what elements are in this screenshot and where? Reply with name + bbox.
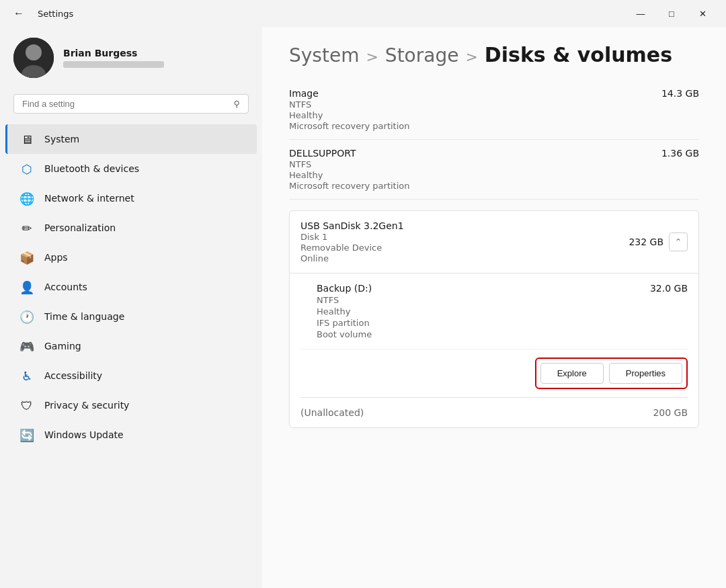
volume-detail-backup-0: NTFS (317, 295, 372, 305)
gaming-icon: 🎮 (19, 338, 35, 354)
search-icon: ⚲ (233, 99, 240, 109)
maximize-button[interactable]: □ (656, 3, 687, 24)
content-area: Image NTFS Healthy Microsoft recovery pa… (289, 80, 699, 428)
sidebar-item-accessibility[interactable]: ♿ Accessibility (5, 361, 257, 390)
main-content: System > Storage > Disks & volumes Image… (262, 27, 726, 588)
close-button[interactable]: ✕ (687, 3, 718, 24)
bluetooth-icon: ⬡ (19, 161, 35, 177)
breadcrumb-current: Disks & volumes (485, 43, 672, 67)
sidebar-label-privacy: Privacy & security (44, 400, 129, 411)
sidebar-item-update[interactable]: 🔄 Windows Update (5, 420, 257, 450)
partition-detail-image-0: NTFS (289, 99, 410, 110)
partition-detail-dell-1: Healthy (289, 170, 410, 180)
disk-meta3-usb: Online (300, 253, 404, 263)
partition-size-image: 14.3 GB (661, 88, 699, 99)
partition-size-dell: 1.36 GB (661, 148, 699, 159)
explore-button[interactable]: Explore (540, 363, 604, 384)
window-controls: — □ ✕ (625, 3, 718, 24)
sidebar-label-apps: Apps (44, 252, 68, 263)
sidebar-label-update: Windows Update (44, 429, 124, 440)
sidebar-nav: 🖥 System ⬡ Bluetooth & devices 🌐 Network… (0, 124, 262, 450)
partition-detail-image-2: Microsoft recovery partition (289, 121, 410, 131)
disk-info-usb: USB SanDisk 3.2Gen1 Disk 1 Removable Dev… (300, 220, 404, 263)
sidebar-item-gaming[interactable]: 🎮 Gaming (5, 331, 257, 361)
disk-meta2-usb: Removable Device (300, 243, 404, 253)
sidebar-item-personalization[interactable]: ✏️ Personalization (5, 213, 257, 243)
accounts-icon: 👤 (19, 279, 35, 295)
user-name: Brian Burgess (63, 48, 164, 58)
breadcrumb-storage: Storage (385, 44, 459, 67)
collapse-button[interactable]: ⌃ (669, 233, 688, 251)
sidebar-item-system[interactable]: 🖥 System (5, 124, 257, 154)
accessibility-icon: ♿ (19, 368, 35, 384)
network-icon: 🌐 (19, 190, 35, 206)
partition-detail-dell-0: NTFS (289, 159, 410, 169)
partition-info-dell: DELLSUPPORT NTFS Healthy Microsoft recov… (289, 148, 410, 191)
sidebar-label-gaming: Gaming (44, 341, 81, 351)
title-bar: ← Settings — □ ✕ (0, 0, 726, 27)
breadcrumb: System > Storage > Disks & volumes (289, 27, 699, 80)
privacy-icon: 🛡 (19, 397, 35, 413)
sidebar-item-apps[interactable]: 📦 Apps (5, 243, 257, 272)
partition-info-image: Image NTFS Healthy Microsoft recovery pa… (289, 88, 410, 131)
volume-name-backup: Backup (D:) (317, 283, 372, 294)
partition-row-dell: DELLSUPPORT NTFS Healthy Microsoft recov… (289, 140, 699, 200)
unallocated-size: 200 GB (653, 407, 688, 418)
sidebar-item-network[interactable]: 🌐 Network & internet (5, 183, 257, 213)
avatar-image (13, 38, 54, 78)
sidebar-label-accounts: Accounts (44, 282, 87, 292)
sidebar-item-time[interactable]: 🕐 Time & language (5, 302, 257, 331)
volume-detail-backup-3: Boot volume (317, 329, 372, 339)
disk-size-col: 232 GB ⌃ (629, 233, 688, 251)
breadcrumb-system: System (289, 44, 359, 67)
sidebar-label-time: Time & language (44, 311, 124, 322)
volume-detail-backup-1: Healthy (317, 306, 372, 317)
highlighted-buttons-container: Explore Properties (535, 358, 688, 389)
user-email-bar (63, 61, 164, 68)
sidebar-label-system: System (44, 134, 79, 144)
volume-size-backup: 32.0 GB (650, 283, 688, 294)
sidebar-label-bluetooth: Bluetooth & devices (44, 163, 139, 174)
breadcrumb-sep1: > (366, 48, 378, 65)
back-button[interactable]: ← (8, 3, 30, 24)
disk-meta1-usb: Disk 1 (300, 232, 404, 242)
svg-point-1 (26, 44, 42, 60)
user-info: Brian Burgess (63, 48, 164, 68)
sidebar: Brian Burgess ⚲ 🖥 System ⬡ Bluetooth & d… (0, 27, 262, 588)
partition-detail-image-1: Healthy (289, 110, 410, 120)
sidebar-label-network: Network & internet (44, 193, 134, 204)
sidebar-label-personalization: Personalization (44, 222, 116, 233)
search-input[interactable] (22, 99, 228, 109)
disk-content-usb: Backup (D:) NTFS Healthy IFS partition B… (290, 274, 698, 427)
volume-row-backup: Backup (D:) NTFS Healthy IFS partition B… (300, 274, 688, 349)
disk-size-usb: 232 GB (629, 237, 663, 247)
disk-header-usb: USB SanDisk 3.2Gen1 Disk 1 Removable Dev… (290, 211, 698, 274)
search-container: ⚲ (0, 89, 262, 124)
volume-info-backup: Backup (D:) NTFS Healthy IFS partition B… (317, 283, 372, 339)
sidebar-item-bluetooth[interactable]: ⬡ Bluetooth & devices (5, 154, 257, 183)
sidebar-label-accessibility: Accessibility (44, 370, 102, 381)
avatar (13, 38, 54, 78)
time-icon: 🕐 (19, 308, 35, 325)
apps-icon: 📦 (19, 249, 35, 265)
partition-detail-dell-2: Microsoft recovery partition (289, 181, 410, 191)
app-layout: Brian Burgess ⚲ 🖥 System ⬡ Bluetooth & d… (0, 27, 726, 588)
unallocated-row: (Unallocated) 200 GB (300, 397, 688, 427)
partition-row-image: Image NTFS Healthy Microsoft recovery pa… (289, 80, 699, 140)
partition-name-image: Image (289, 88, 410, 99)
search-box: ⚲ (13, 94, 249, 114)
system-icon: 🖥 (19, 131, 35, 147)
app-title: Settings (38, 9, 617, 19)
minimize-button[interactable]: — (625, 3, 656, 24)
sidebar-item-accounts[interactable]: 👤 Accounts (5, 272, 257, 302)
personalization-icon: ✏️ (19, 220, 35, 236)
user-section: Brian Burgess (0, 27, 262, 89)
sidebar-item-privacy[interactable]: 🛡 Privacy & security (5, 390, 257, 420)
disk-section-usb: USB SanDisk 3.2Gen1 Disk 1 Removable Dev… (289, 210, 699, 428)
buttons-row: Explore Properties (300, 349, 688, 397)
disk-name-usb: USB SanDisk 3.2Gen1 (300, 220, 404, 231)
volume-detail-backup-2: IFS partition (317, 318, 372, 328)
properties-button[interactable]: Properties (609, 363, 682, 384)
partition-name-dell: DELLSUPPORT (289, 148, 410, 159)
breadcrumb-sep2: > (465, 48, 477, 65)
